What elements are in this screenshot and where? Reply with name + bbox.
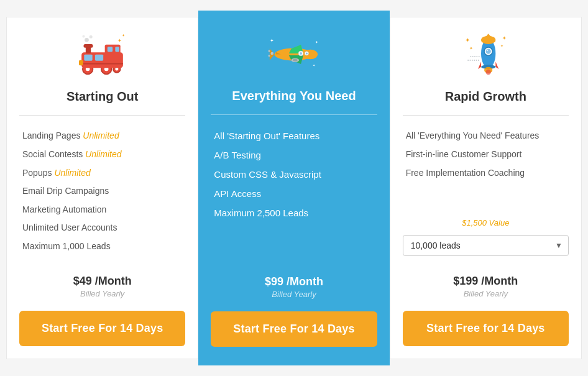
svg-point-37 (271, 52, 274, 55)
svg-text:✦: ✦ (502, 34, 507, 40)
price-label: $99 /Month (211, 275, 377, 288)
plane-icon: ✦ ✦ ✦ (266, 29, 322, 79)
billing-label: Billed Yearly (403, 289, 569, 298)
svg-text:✦: ✦ (122, 34, 125, 37)
feature-unlimited-label: Unlimited (85, 149, 121, 159)
feature-item: Social Contests Unlimited (22, 145, 182, 164)
cta-button[interactable]: Start Free For 14 Days (211, 311, 377, 347)
svg-rect-9 (115, 47, 119, 52)
svg-marker-46 (478, 62, 481, 69)
svg-text:✦: ✦ (469, 46, 473, 50)
svg-rect-10 (84, 55, 92, 61)
plan-card-everything-you-need: ✦ ✦ ✦ Everything You NeedAll 'Starting O… (198, 11, 389, 365)
svg-point-16 (83, 35, 85, 37)
leads-select[interactable]: 10,000 leads25,000 leads50,000 leads100,… (403, 235, 569, 256)
feature-item: Landing Pages Unlimited (22, 127, 182, 145)
feature-item: Marketing Automation (22, 201, 182, 219)
svg-point-33 (293, 59, 298, 62)
price-label: $49 /Month (19, 275, 185, 288)
plan-divider (403, 115, 569, 116)
plan-divider (211, 114, 377, 115)
value-note: $1,500 Value (462, 218, 509, 227)
svg-point-14 (85, 38, 89, 42)
svg-text:✦: ✦ (316, 40, 319, 44)
feature-item: Custom CSS & Javascript (214, 165, 374, 184)
feature-item: First-in-line Customer Support (406, 145, 566, 164)
plan-card-starting-out: ✦ ✦ Starting OutLanding Pages UnlimitedS… (6, 17, 198, 359)
train-icon: ✦ ✦ (75, 30, 131, 80)
feature-item: Free Implementation Coaching (406, 164, 566, 183)
feature-item: Maximum 2,500 Leads (214, 203, 374, 222)
svg-point-31 (306, 52, 308, 54)
plan-title: Rapid Growth (445, 89, 526, 104)
svg-point-39 (269, 55, 270, 57)
billing-label: Billed Yearly (211, 290, 377, 299)
price-label: $199 /Month (403, 275, 569, 288)
plan-title: Starting Out (67, 89, 139, 104)
feature-item: Popups Unlimited (22, 164, 182, 183)
billing-label: Billed Yearly (19, 289, 185, 298)
svg-rect-13 (84, 44, 93, 48)
plan-card-rapid-growth: ✦ ✦ ✦ ✦ Rapid GrowthAll 'Everything You … (390, 17, 582, 359)
leads-select-wrapper: 10,000 leads25,000 leads50,000 leads100,… (403, 235, 569, 256)
feature-item: Email Drip Campaigns (22, 182, 182, 201)
rocket-icon: ✦ ✦ ✦ ✦ (457, 30, 513, 80)
features-list: Landing Pages UnlimitedSocial Contests U… (19, 127, 185, 255)
feature-item: All 'Everything You Need' Features (406, 127, 566, 145)
svg-point-50 (485, 70, 490, 75)
pricing-container: ✦ ✦ Starting OutLanding Pages UnlimitedS… (6, 17, 582, 359)
svg-marker-24 (270, 54, 275, 60)
svg-text:✦: ✦ (313, 63, 316, 67)
plan-title: Everything You Need (232, 89, 356, 103)
svg-text:✦: ✦ (118, 37, 122, 44)
feature-item: All 'Starting Out' Features (214, 126, 374, 145)
pricing-section: $49 /MonthBilled YearlyStart Free For 14… (19, 275, 185, 346)
features-list: All 'Everything You Need' FeaturesFirst-… (403, 127, 569, 182)
feature-item: API Access (214, 184, 374, 203)
svg-rect-8 (108, 47, 113, 52)
svg-text:✦: ✦ (270, 38, 274, 44)
svg-point-15 (90, 35, 93, 39)
feature-unlimited-label: Unlimited (83, 131, 119, 140)
svg-rect-20 (79, 60, 83, 65)
svg-point-38 (269, 50, 270, 52)
svg-rect-11 (95, 55, 103, 61)
svg-marker-47 (495, 62, 498, 69)
cta-button[interactable]: Start Free for 14 Days (403, 311, 569, 346)
svg-text:✦: ✦ (500, 44, 503, 48)
svg-point-29 (300, 52, 303, 55)
pricing-section: $99 /MonthBilled YearlyStart Free For 14… (211, 275, 377, 347)
svg-point-44 (485, 48, 490, 53)
svg-point-45 (487, 50, 489, 52)
feature-unlimited-label: Unlimited (54, 168, 90, 178)
features-list: All 'Starting Out' FeaturesA/B TestingCu… (211, 126, 377, 222)
feature-item: Maximum 1,000 Leads (22, 237, 182, 256)
pricing-section: $199 /MonthBilled YearlyStart Free for 1… (403, 275, 569, 346)
plan-divider (19, 115, 185, 116)
cta-button[interactable]: Start Free For 14 Days (19, 311, 185, 346)
feature-item: Unlimited User Accounts (22, 219, 182, 237)
feature-item: A/B Testing (214, 145, 374, 165)
svg-text:✦: ✦ (465, 37, 470, 44)
